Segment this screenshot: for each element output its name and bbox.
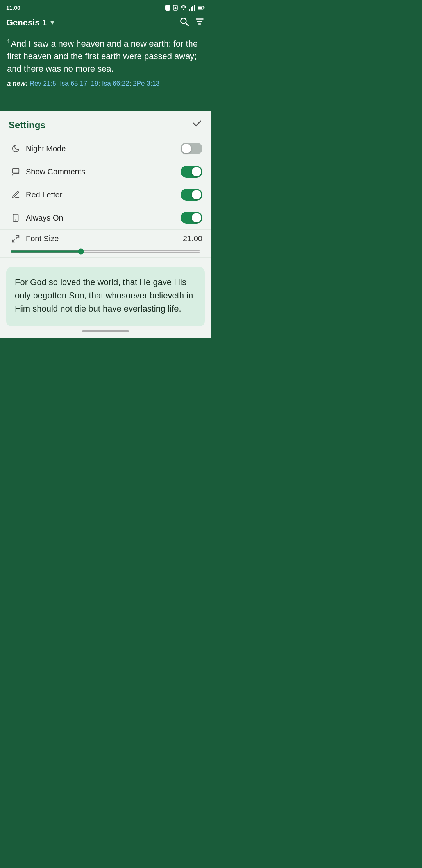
font-size-slider[interactable] bbox=[10, 250, 201, 253]
setting-row-night-mode: Night Mode bbox=[0, 137, 211, 160]
signal-icon bbox=[189, 5, 195, 11]
verse-number: 1 bbox=[7, 38, 10, 45]
red-letter-toggle[interactable] bbox=[181, 189, 202, 201]
status-time: 11:00 bbox=[6, 5, 20, 11]
svg-rect-13 bbox=[13, 169, 19, 173]
show-comments-label: Show Comments bbox=[26, 167, 181, 176]
svg-line-9 bbox=[186, 23, 188, 26]
red-letter-track bbox=[181, 189, 202, 201]
cross-ref-link-2[interactable]: Isa 65:17–19 bbox=[60, 80, 98, 87]
cross-ref-link-3[interactable]: Isa 66:22 bbox=[102, 80, 129, 87]
settings-panel: Settings Night Mode Show Comments bbox=[0, 111, 211, 338]
svg-rect-4 bbox=[192, 6, 193, 11]
cross-ref-label: a new: bbox=[7, 80, 28, 87]
setting-row-red-letter: Red Letter bbox=[0, 183, 211, 206]
home-indicator bbox=[0, 326, 211, 338]
status-icons bbox=[165, 5, 205, 11]
always-on-label: Always On bbox=[26, 213, 181, 222]
font-size-top: Font Size 21.00 bbox=[9, 234, 202, 243]
top-bar: Genesis 1 ▼ bbox=[0, 14, 211, 33]
filter-button[interactable] bbox=[195, 16, 205, 29]
wifi-icon bbox=[181, 5, 187, 10]
night-mode-label: Night Mode bbox=[26, 144, 181, 153]
svg-rect-5 bbox=[194, 5, 195, 11]
sim-icon bbox=[173, 5, 178, 11]
always-on-track bbox=[181, 212, 202, 224]
always-on-thumb bbox=[192, 213, 201, 222]
always-on-icon bbox=[9, 213, 23, 222]
show-comments-thumb bbox=[192, 167, 201, 176]
search-icon bbox=[179, 16, 189, 27]
settings-list: Night Mode Show Comments bbox=[0, 137, 211, 262]
verse-text: 1And I saw a new heaven and a new earth:… bbox=[7, 38, 204, 75]
settings-header: Settings bbox=[0, 111, 211, 137]
night-mode-icon bbox=[9, 144, 23, 153]
checkmark-icon bbox=[191, 118, 202, 129]
chapter-chevron-icon: ▼ bbox=[49, 19, 55, 26]
font-size-value: 21.00 bbox=[183, 234, 202, 243]
svg-rect-14 bbox=[13, 214, 18, 221]
cross-references: a new: Rev 21:5; Isa 65:17–19; Isa 66:22… bbox=[7, 78, 204, 89]
red-letter-label: Red Letter bbox=[26, 190, 181, 199]
battery-icon bbox=[198, 6, 205, 10]
bible-text-area: 1And I saw a new heaven and a new earth:… bbox=[0, 33, 211, 111]
book-title[interactable]: Genesis 1 ▼ bbox=[6, 18, 55, 28]
cross-ref-link-4[interactable]: 2Pe 3:13 bbox=[133, 80, 159, 87]
svg-line-17 bbox=[13, 239, 15, 242]
svg-rect-2 bbox=[189, 9, 190, 11]
night-mode-track bbox=[181, 143, 202, 154]
show-comments-track bbox=[181, 166, 202, 178]
settings-title: Settings bbox=[9, 120, 46, 131]
show-comments-icon bbox=[9, 167, 23, 176]
status-bar: 11:00 bbox=[0, 0, 211, 14]
svg-point-1 bbox=[175, 7, 177, 9]
search-button[interactable] bbox=[179, 16, 189, 29]
verse-card-text: For God so loved the world, that He gave… bbox=[15, 276, 196, 316]
font-size-label: Font Size bbox=[26, 234, 183, 243]
font-size-icon bbox=[9, 235, 23, 243]
setting-row-show-comments: Show Comments bbox=[0, 160, 211, 183]
night-mode-thumb bbox=[182, 144, 191, 153]
show-comments-toggle[interactable] bbox=[181, 166, 202, 178]
filter-icon bbox=[195, 16, 205, 27]
setting-row-font-size: Font Size 21.00 bbox=[0, 230, 211, 258]
svg-line-16 bbox=[16, 235, 19, 238]
svg-rect-3 bbox=[191, 7, 192, 11]
red-letter-icon bbox=[9, 190, 23, 199]
verse-card: For God so loved the world, that He gave… bbox=[6, 267, 205, 326]
setting-row-always-on: Always On bbox=[0, 206, 211, 230]
shield-icon bbox=[165, 5, 170, 11]
home-bar bbox=[82, 330, 129, 332]
red-letter-thumb bbox=[192, 190, 201, 199]
font-size-slider-container bbox=[9, 247, 202, 254]
settings-close-icon[interactable] bbox=[191, 118, 202, 132]
always-on-toggle[interactable] bbox=[181, 212, 202, 224]
cross-ref-link-1[interactable]: Rev 21:5 bbox=[30, 80, 56, 87]
svg-rect-7 bbox=[198, 7, 202, 9]
top-bar-actions bbox=[179, 16, 205, 29]
night-mode-toggle[interactable] bbox=[181, 143, 202, 154]
